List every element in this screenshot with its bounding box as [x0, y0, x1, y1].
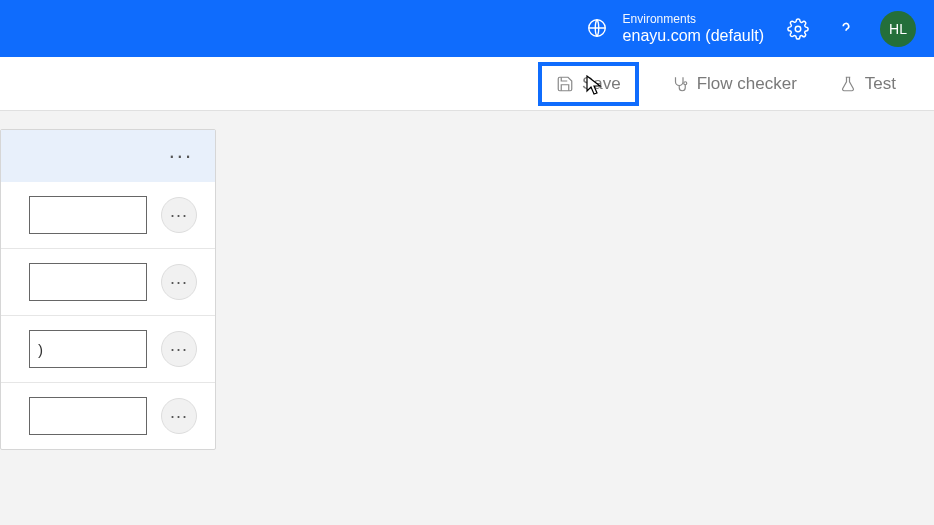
card-row: ) ···	[1, 316, 215, 383]
row-menu-button[interactable]: ···	[161, 197, 197, 233]
input-field[interactable]	[29, 397, 147, 435]
environment-text: Environments enayu.com (default)	[623, 12, 764, 46]
environment-name: enayu.com (default)	[623, 26, 764, 45]
flow-checker-button[interactable]: Flow checker	[661, 68, 807, 100]
input-field[interactable]: )	[29, 330, 147, 368]
action-toolbar: Save Flow checker Test	[0, 57, 934, 111]
globe-icon	[583, 14, 611, 42]
stethoscope-icon	[671, 75, 689, 93]
card-header[interactable]: ···	[1, 130, 215, 182]
card-row: ···	[1, 182, 215, 249]
settings-icon[interactable]	[784, 15, 812, 43]
flow-canvas: ··· ··· ··· ) ··· ···	[0, 111, 934, 525]
card-row: ···	[1, 383, 215, 449]
card-row: ···	[1, 249, 215, 316]
avatar-initials: HL	[889, 21, 907, 37]
environment-picker[interactable]: Environments enayu.com (default)	[583, 12, 764, 46]
top-header: Environments enayu.com (default) HL	[0, 0, 934, 57]
flow-step-card: ··· ··· ··· ) ··· ···	[0, 129, 216, 450]
svg-point-1	[795, 26, 801, 32]
card-menu-icon[interactable]: ···	[169, 143, 193, 169]
user-avatar[interactable]: HL	[880, 11, 916, 47]
row-menu-button[interactable]: ···	[161, 398, 197, 434]
input-field[interactable]	[29, 196, 147, 234]
help-icon[interactable]	[832, 15, 860, 43]
save-button[interactable]: Save	[538, 62, 639, 106]
test-button[interactable]: Test	[829, 68, 906, 100]
save-icon	[556, 75, 574, 93]
environment-label: Environments	[623, 12, 764, 26]
test-label: Test	[865, 74, 896, 94]
svg-point-2	[683, 81, 686, 84]
save-label: Save	[582, 74, 621, 94]
flask-icon	[839, 75, 857, 93]
input-field[interactable]	[29, 263, 147, 301]
row-menu-button[interactable]: ···	[161, 264, 197, 300]
row-menu-button[interactable]: ···	[161, 331, 197, 367]
flow-checker-label: Flow checker	[697, 74, 797, 94]
